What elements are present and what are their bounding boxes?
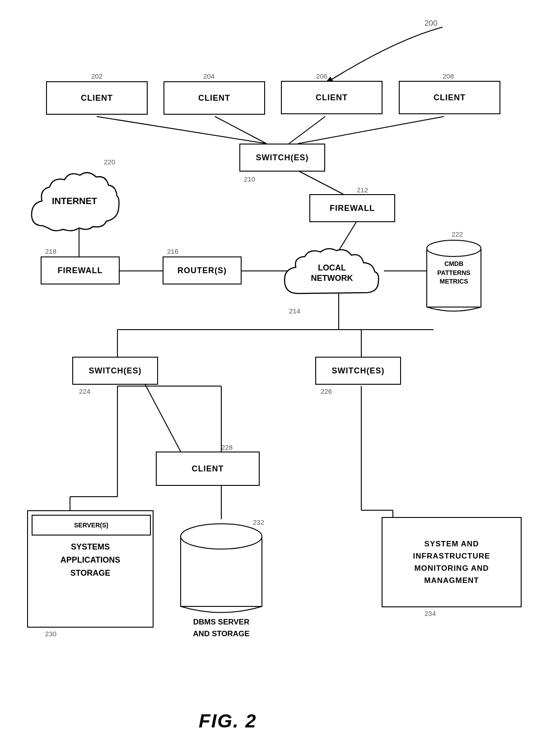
ref-214: 214 bbox=[289, 307, 300, 315]
router-box: ROUTER(S) bbox=[163, 256, 242, 284]
ref-230: 230 bbox=[45, 630, 56, 638]
client-3-box: CLIENT bbox=[281, 81, 383, 114]
ref-226: 226 bbox=[321, 387, 332, 395]
switches-right-box: SWITCH(ES) bbox=[315, 357, 401, 385]
ref-202: 202 bbox=[91, 72, 103, 80]
ref-228: 228 bbox=[221, 443, 233, 451]
ref-212: 212 bbox=[357, 186, 368, 194]
svg-point-29 bbox=[181, 524, 262, 549]
ref-232: 232 bbox=[253, 518, 264, 526]
svg-line-3 bbox=[215, 116, 266, 144]
internet-cloud: INTERNET bbox=[29, 167, 120, 235]
ref-220: 220 bbox=[104, 158, 115, 166]
ref-224: 224 bbox=[79, 387, 90, 395]
svg-line-2 bbox=[97, 116, 266, 144]
switches-top-box: SWITCH(ES) bbox=[239, 144, 325, 172]
firewall-left-box: FIREWALL bbox=[41, 256, 120, 284]
figure-label: FIG. 2 bbox=[199, 710, 257, 732]
svg-line-4 bbox=[289, 116, 325, 144]
client-4-box: CLIENT bbox=[399, 81, 500, 114]
cmdb-cylinder: CMDBPATTERNSMETRICS bbox=[425, 235, 483, 316]
servers-box: SERVER(S) SYSTEMSAPPLICATIONSSTORAGE bbox=[27, 510, 154, 628]
svg-point-26 bbox=[427, 240, 481, 256]
ref-208: 208 bbox=[443, 72, 454, 80]
network-diagram: 200 CLIENT 202 CLIENT 204 CLIENT 206 CLI… bbox=[0, 0, 560, 750]
client-2-box: CLIENT bbox=[163, 81, 265, 115]
ref-200: 200 bbox=[425, 19, 437, 28]
ref-222: 222 bbox=[452, 230, 463, 238]
switches-left-box: SWITCH(ES) bbox=[72, 357, 158, 385]
dbms-cylinder: DBMS SERVERAND STORAGE bbox=[176, 519, 266, 619]
ref-210: 210 bbox=[244, 175, 255, 183]
local-network-cloud: LOCALNETWORK bbox=[280, 244, 384, 303]
svg-line-5 bbox=[298, 116, 444, 144]
svg-line-19 bbox=[140, 375, 181, 452]
firewall-top-box: FIREWALL bbox=[309, 194, 395, 222]
ref-204: 204 bbox=[203, 72, 215, 80]
client-1-box: CLIENT bbox=[46, 81, 148, 115]
ref-218: 218 bbox=[45, 247, 56, 255]
ref-216: 216 bbox=[167, 247, 178, 255]
ref-206: 206 bbox=[316, 72, 327, 80]
client-bottom-box: CLIENT bbox=[156, 452, 260, 486]
sysinfra-box: SYSTEM ANDINFRASTRUCTUREMONITORING ANDMA… bbox=[382, 517, 522, 607]
servers-header: SERVER(S) bbox=[32, 515, 151, 536]
ref-234: 234 bbox=[425, 610, 436, 617]
